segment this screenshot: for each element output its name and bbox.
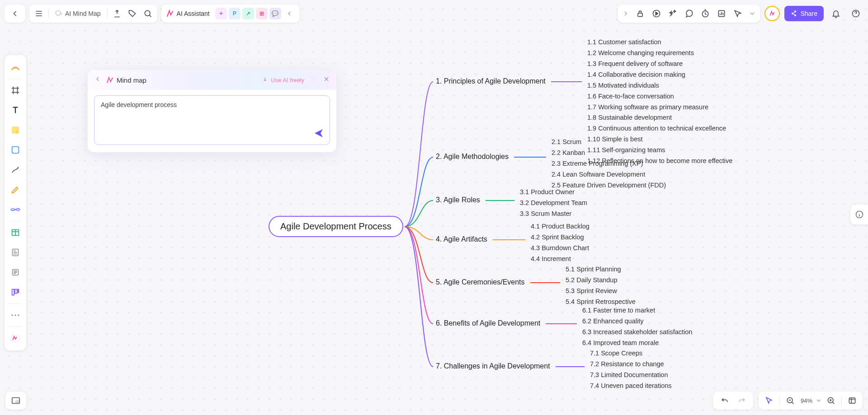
tool-apps[interactable] bbox=[7, 330, 24, 347]
ai-card-title: Mind map bbox=[106, 76, 146, 84]
back-button[interactable] bbox=[7, 6, 23, 21]
svg-point-16 bbox=[14, 314, 16, 316]
ai-input[interactable]: Agile development process bbox=[94, 95, 330, 145]
fit-view-button[interactable] bbox=[844, 393, 860, 408]
mindmap-root-node[interactable]: Agile Development Process bbox=[269, 216, 403, 237]
share-label: Share bbox=[801, 10, 817, 17]
chip-4[interactable]: ⊞ bbox=[256, 8, 268, 19]
tool-pen[interactable] bbox=[7, 181, 24, 198]
history-group bbox=[713, 392, 753, 410]
svg-point-15 bbox=[11, 314, 13, 316]
tool-note[interactable] bbox=[7, 244, 24, 261]
svg-point-25 bbox=[264, 79, 266, 81]
svg-point-17 bbox=[18, 314, 19, 316]
share-button[interactable]: Share bbox=[784, 6, 824, 21]
branch-label-3[interactable]: 3. Agile Roles bbox=[436, 194, 480, 206]
redo-button[interactable] bbox=[734, 393, 750, 408]
comment-button[interactable] bbox=[681, 6, 697, 21]
svg-rect-8 bbox=[12, 147, 19, 154]
toolbar-group-right bbox=[618, 5, 760, 23]
toolbar-group-file: AI Mind Map bbox=[29, 5, 157, 23]
ai-card-back[interactable] bbox=[94, 75, 101, 84]
poll-button[interactable] bbox=[714, 6, 729, 21]
tool-templates[interactable] bbox=[7, 59, 24, 76]
menu-button[interactable] bbox=[31, 6, 47, 21]
export-button[interactable] bbox=[109, 6, 125, 21]
ai-assistant-label: AI Assistant bbox=[177, 10, 210, 17]
tool-list[interactable] bbox=[7, 264, 24, 281]
undo-button[interactable] bbox=[717, 393, 732, 408]
lock-button[interactable] bbox=[632, 6, 648, 21]
ai-card-hint[interactable]: Use AI freely bbox=[261, 76, 304, 84]
ai-send-button[interactable] bbox=[313, 128, 324, 140]
svg-rect-7 bbox=[12, 126, 19, 134]
notifications-button[interactable] bbox=[828, 6, 844, 21]
svg-rect-13 bbox=[15, 289, 17, 294]
effects-button[interactable] bbox=[665, 6, 680, 21]
zoom-out-button[interactable] bbox=[783, 393, 798, 408]
view-group: 94% bbox=[759, 392, 863, 410]
tool-frame[interactable] bbox=[7, 82, 24, 99]
right-collapse[interactable] bbox=[620, 6, 632, 21]
ai-assistant-pill[interactable]: AI Assistant ✦ P ↗ ⊞ 💬 bbox=[161, 5, 299, 23]
svg-rect-14 bbox=[18, 289, 19, 293]
tool-text[interactable] bbox=[7, 102, 24, 119]
pointer-share-button[interactable] bbox=[730, 6, 745, 21]
ai-template-chips: ✦ P ↗ ⊞ 💬 bbox=[215, 8, 281, 19]
info-button[interactable] bbox=[850, 205, 868, 224]
chip-5[interactable]: 💬 bbox=[269, 8, 281, 19]
ai-card-close[interactable] bbox=[323, 75, 330, 84]
branch-label-5[interactable]: 5. Agile Ceremonies/Events bbox=[436, 276, 525, 288]
branch-label-4[interactable]: 4. Agile Artifacts bbox=[436, 233, 487, 245]
zoom-in-button[interactable] bbox=[823, 393, 839, 408]
tag-button[interactable] bbox=[125, 6, 140, 21]
timer-button[interactable] bbox=[698, 6, 713, 21]
tool-mindmap[interactable] bbox=[7, 201, 24, 218]
toolbar-group-nav bbox=[5, 5, 25, 23]
cursor-mode[interactable] bbox=[761, 393, 777, 408]
chip-3[interactable]: ↗ bbox=[242, 8, 254, 19]
svg-rect-21 bbox=[16, 401, 19, 403]
svg-point-0 bbox=[145, 10, 150, 16]
chip-1[interactable]: ✦ bbox=[215, 8, 227, 19]
svg-rect-1 bbox=[638, 13, 642, 16]
ai-input-value: Agile development process bbox=[101, 101, 177, 108]
tool-table[interactable] bbox=[7, 224, 24, 241]
left-toolbar bbox=[5, 55, 26, 350]
zoom-level[interactable]: 94% bbox=[799, 397, 814, 404]
help-button[interactable] bbox=[848, 6, 863, 21]
tool-more[interactable] bbox=[7, 307, 24, 324]
tool-connector[interactable] bbox=[7, 161, 24, 178]
branch-label-2[interactable]: 2. Agile Methodologies bbox=[436, 151, 509, 163]
ai-pill-collapse[interactable] bbox=[284, 6, 295, 21]
svg-rect-24 bbox=[849, 398, 855, 403]
svg-rect-12 bbox=[12, 289, 14, 295]
branch-label-7[interactable]: 7. Challenges in Agile Development bbox=[436, 360, 550, 372]
file-title[interactable]: AI Mind Map bbox=[51, 10, 105, 17]
chevron-down-icon[interactable] bbox=[815, 397, 822, 404]
canvas-background[interactable] bbox=[0, 0, 868, 415]
bottom-right-controls: 94% bbox=[713, 392, 863, 410]
tool-kanban[interactable] bbox=[7, 284, 24, 301]
play-button[interactable] bbox=[649, 6, 664, 21]
tool-sticky[interactable] bbox=[7, 121, 24, 139]
chip-2[interactable]: P bbox=[229, 8, 241, 19]
ai-mindmap-card: Mind map Use AI freely Agile development… bbox=[88, 70, 336, 152]
branch-label-6[interactable]: 6. Benefits of Agile Development bbox=[436, 317, 540, 329]
more-tools-chevron[interactable] bbox=[746, 6, 758, 21]
branch-label-1[interactable]: 1. Principles of Agile Development bbox=[436, 75, 546, 87]
search-button[interactable] bbox=[140, 6, 156, 21]
top-left-toolbar: AI Mind Map AI Assistant ✦ P ↗ ⊞ 💬 bbox=[5, 5, 299, 23]
minimap-button[interactable] bbox=[5, 392, 26, 410]
user-avatar[interactable] bbox=[764, 6, 780, 21]
top-right-toolbar: Share bbox=[618, 5, 863, 23]
tool-shape[interactable] bbox=[7, 141, 24, 159]
